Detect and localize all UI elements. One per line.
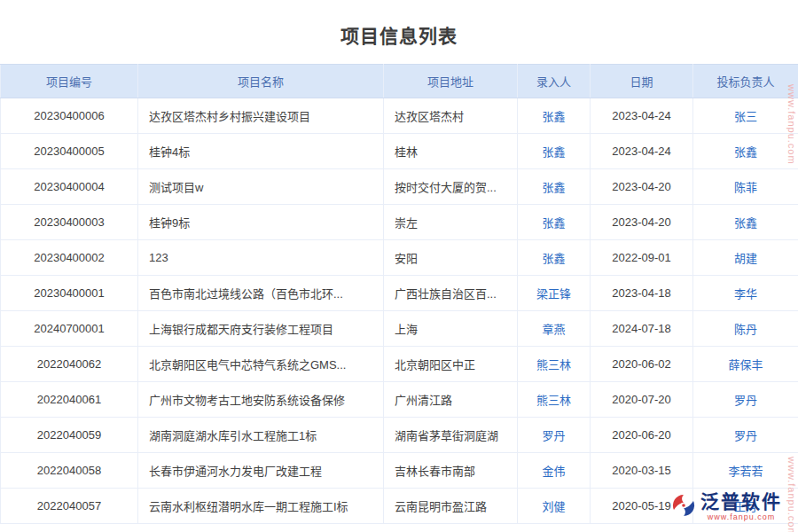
fanpu-logo-icon [672, 494, 695, 520]
cell-entry-person-link[interactable]: 张鑫 [518, 240, 591, 276]
page-title: 项目信息列表 [0, 0, 798, 64]
table-row[interactable]: 20230400001 百色市南北过境线公路（百色市北环... 广西壮族自治区百… [1, 276, 798, 311]
cell-project-address: 达孜区塔杰村 [384, 98, 518, 134]
cell-project-address: 上海 [384, 311, 518, 347]
cell-date: 2023-04-20 [591, 169, 693, 205]
cell-entry-person-link[interactable]: 熊三林 [518, 347, 591, 382]
cell-entry-person-link[interactable]: 章燕 [518, 311, 591, 347]
cell-project-id: 20230400004 [1, 169, 138, 205]
cell-date: 2023-04-18 [591, 276, 693, 311]
table-row[interactable]: 2022040062 北京朝阳区电气中芯特气系统之GMS... 北京朝阳区中正 … [1, 347, 798, 382]
brand-name: 泛普软件 [700, 493, 782, 512]
cell-project-address: 湖南省茅草街洞庭湖 [384, 418, 518, 453]
table-header-row: 项目编号 项目名称 项目地址 录入人 日期 投标负责人 [1, 65, 798, 98]
table-row[interactable]: 20230400002 123 安阳 张鑫 2022-09-01 胡建 [1, 240, 798, 276]
col-header-project-address: 项目地址 [384, 65, 518, 98]
cell-project-address: 崇左 [384, 205, 518, 240]
cell-project-id: 2022040062 [1, 347, 138, 382]
table-row[interactable]: 2022040061 广州市文物考古工地安防系统设备保修 广州清江路 熊三林 2… [1, 382, 798, 418]
cell-project-name: 百色市南北过境线公路（百色市北环... [138, 276, 384, 311]
cell-entry-person-link[interactable]: 刘健 [518, 489, 591, 524]
cell-project-id: 2022040058 [1, 453, 138, 489]
cell-date: 2023-04-24 [591, 134, 693, 169]
cell-project-id: 20230400005 [1, 134, 138, 169]
cell-project-name: 桂钟9标 [138, 205, 384, 240]
cell-bid-manager-link[interactable]: 胡建 [693, 240, 798, 276]
table-row[interactable]: 20230400004 测试项目w 按时交付大厦的贺... 张鑫 2023-04… [1, 169, 798, 205]
cell-entry-person-link[interactable]: 罗丹 [518, 418, 591, 453]
table-row[interactable]: 20230400003 桂钟9标 崇左 张鑫 2023-04-20 张鑫 [1, 205, 798, 240]
cell-entry-person-link[interactable]: 张鑫 [518, 205, 591, 240]
cell-project-id: 2022040059 [1, 418, 138, 453]
cell-bid-manager-link[interactable]: 张鑫 [693, 134, 798, 169]
cell-project-address: 按时交付大厦的贺... [384, 169, 518, 205]
cell-project-name: 湖南洞庭湖水库引水工程施工1标 [138, 418, 384, 453]
table-row[interactable]: 2022040058 长春市伊通河水力发电厂改建工程 吉林长春市南部 金伟 20… [1, 453, 798, 489]
project-info-table: 项目编号 项目名称 项目地址 录入人 日期 投标负责人 20230400006 … [0, 64, 798, 524]
table-row[interactable]: 2022040059 湖南洞庭湖水库引水工程施工1标 湖南省茅草街洞庭湖 罗丹 … [1, 418, 798, 453]
col-header-entry-person: 录入人 [518, 65, 591, 98]
col-header-date: 日期 [591, 65, 693, 98]
cell-project-address: 桂林 [384, 134, 518, 169]
cell-project-name: 上海银行成都天府支行装修工程项目 [138, 311, 384, 347]
cell-project-id: 20230400006 [1, 98, 138, 134]
cell-project-id: 20230400003 [1, 205, 138, 240]
cell-project-address: 北京朝阳区中正 [384, 347, 518, 382]
table-row[interactable]: 20230400005 桂钟4标 桂林 张鑫 2023-04-24 张鑫 [1, 134, 798, 169]
fanpu-brand: 泛普软件 www.fanpu.com [672, 493, 782, 521]
cell-bid-manager-link[interactable]: 李华 [693, 276, 798, 311]
cell-date: 2023-04-20 [591, 205, 693, 240]
cell-project-id: 20230400001 [1, 276, 138, 311]
cell-project-address: 云南昆明市盈江路 [384, 489, 518, 524]
cell-bid-manager-link[interactable]: 陈菲 [693, 169, 798, 205]
cell-entry-person-link[interactable]: 张鑫 [518, 98, 591, 134]
cell-date: 2023-04-24 [591, 98, 693, 134]
cell-entry-person-link[interactable]: 金伟 [518, 453, 591, 489]
cell-project-id: 20230400002 [1, 240, 138, 276]
cell-date: 2020-06-02 [591, 347, 693, 382]
cell-project-name: 长春市伊通河水力发电厂改建工程 [138, 453, 384, 489]
table-row[interactable]: 20240700001 上海银行成都天府支行装修工程项目 上海 章燕 2024-… [1, 311, 798, 347]
cell-project-address: 广西壮族自治区百... [384, 276, 518, 311]
cell-project-id: 20240700001 [1, 311, 138, 347]
cell-bid-manager-link[interactable]: 张鑫 [693, 205, 798, 240]
cell-bid-manager-link[interactable]: 薛保丰 [693, 347, 798, 382]
cell-project-name: 桂钟4标 [138, 134, 384, 169]
cell-entry-person-link[interactable]: 张鑫 [518, 134, 591, 169]
col-header-project-id: 项目编号 [1, 65, 138, 98]
cell-project-name: 测试项目w [138, 169, 384, 205]
table-row[interactable]: 20230400006 达孜区塔杰村乡村振兴建设项目 达孜区塔杰村 张鑫 202… [1, 98, 798, 134]
cell-bid-manager-link[interactable]: 罗丹 [693, 382, 798, 418]
cell-project-id: 2022040061 [1, 382, 138, 418]
cell-entry-person-link[interactable]: 张鑫 [518, 169, 591, 205]
brand-url: www.fanpu.com [708, 513, 776, 521]
cell-project-name: 123 [138, 240, 384, 276]
cell-project-address: 吉林长春市南部 [384, 453, 518, 489]
cell-entry-person-link[interactable]: 梁正锋 [518, 276, 591, 311]
cell-bid-manager-link[interactable]: 张三 [693, 98, 798, 134]
cell-project-name: 云南水利枢纽潜明水库一期工程施工I标 [138, 489, 384, 524]
col-header-bid-manager: 投标负责人 [693, 65, 798, 98]
cell-project-name: 达孜区塔杰村乡村振兴建设项目 [138, 98, 384, 134]
table-body: 20230400006 达孜区塔杰村乡村振兴建设项目 达孜区塔杰村 张鑫 202… [1, 98, 798, 524]
cell-entry-person-link[interactable]: 熊三林 [518, 382, 591, 418]
cell-date: 2024-07-18 [591, 311, 693, 347]
col-header-project-name: 项目名称 [138, 65, 384, 98]
cell-date: 2020-03-15 [591, 453, 693, 489]
cell-date: 2020-07-20 [591, 382, 693, 418]
cell-bid-manager-link[interactable]: 罗丹 [693, 418, 798, 453]
cell-bid-manager-link[interactable]: 李若若 [693, 453, 798, 489]
cell-project-name: 北京朝阳区电气中芯特气系统之GMS... [138, 347, 384, 382]
cell-date: 2020-06-20 [591, 418, 693, 453]
cell-project-address: 安阳 [384, 240, 518, 276]
cell-date: 2022-09-01 [591, 240, 693, 276]
cell-project-name: 广州市文物考古工地安防系统设备保修 [138, 382, 384, 418]
cell-project-address: 广州清江路 [384, 382, 518, 418]
cell-bid-manager-link[interactable]: 陈丹 [693, 311, 798, 347]
cell-project-id: 2022040057 [1, 489, 138, 524]
